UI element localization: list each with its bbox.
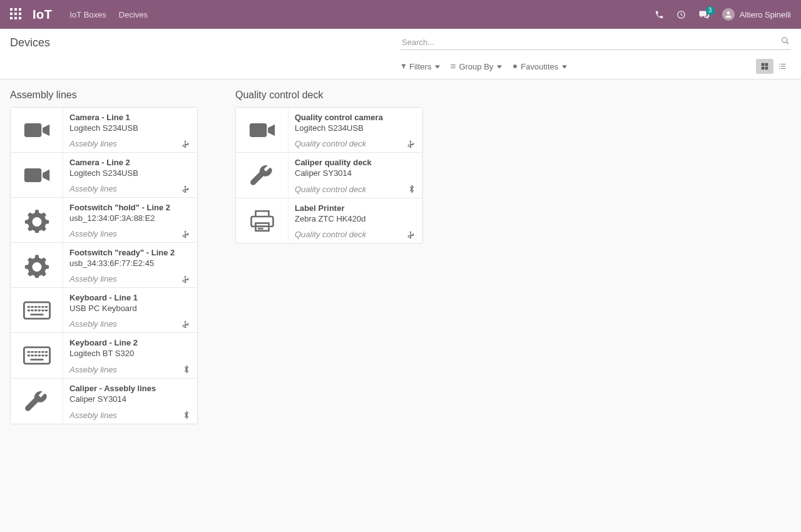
kanban-view-button[interactable]: [756, 59, 773, 74]
device-subtitle: Logitech S234USB: [295, 123, 416, 133]
svg-point-23: [408, 146, 409, 147]
card-footer: Assebly lines: [69, 364, 191, 374]
device-title: Camera - Line 1: [69, 113, 191, 122]
usb-icon: [406, 140, 415, 148]
device-card[interactable]: Camera - Line 2Logitech S234USBAssebly l…: [11, 153, 197, 198]
device-title: Caliper quality deck: [295, 158, 416, 167]
camera-icon: [236, 108, 288, 152]
printer-icon: [236, 198, 288, 243]
clock-icon[interactable]: [676, 10, 686, 19]
search-wrap: [400, 35, 791, 50]
svg-point-9: [183, 146, 184, 147]
device-card[interactable]: Label PrinterZebra ZTC HK420dQuality con…: [236, 198, 422, 243]
card-body: Label PrinterZebra ZTC HK420dQuality con…: [288, 198, 422, 243]
kanban-group: Assembly linesCamera - Line 1Logitech S2…: [10, 90, 198, 424]
gear-icon: [11, 243, 63, 287]
device-card[interactable]: Camera - Line 1Logitech S234USBAssebly l…: [11, 108, 197, 153]
favourites-button[interactable]: Favoutites: [512, 62, 567, 71]
card-list: Camera - Line 1Logitech S234USBAssebly l…: [10, 107, 198, 424]
device-card[interactable]: Keyboard - Line 2Logitech BT S320Assebly…: [11, 333, 197, 379]
list-view-button[interactable]: [773, 59, 791, 74]
content: Assembly linesCamera - Line 1Logitech S2…: [0, 79, 801, 434]
device-title: Label Printer: [295, 203, 416, 213]
filters-label: Filters: [409, 62, 431, 71]
device-card[interactable]: Caliper - Assebly linesCaliper SY3014Ass…: [11, 379, 197, 424]
usb-icon: [181, 275, 190, 284]
device-card[interactable]: Footswitch "ready" - Line 2usb_34:33:6F:…: [11, 243, 197, 288]
svg-rect-7: [24, 123, 41, 137]
bluetooth-icon: [183, 364, 190, 374]
filters-button[interactable]: Filters: [400, 62, 440, 71]
phone-icon[interactable]: [655, 10, 664, 19]
apps-menu-icon[interactable]: [10, 8, 23, 21]
card-footer: Quality control deck: [295, 230, 416, 239]
topbar: IoT IoT Boxes Decives 3 Altiero Spinelli: [0, 0, 801, 29]
device-card[interactable]: Quality control cameraLogitech S234USBQu…: [236, 108, 422, 153]
view-toggle: [756, 59, 791, 74]
card-list: Quality control cameraLogitech S234USBQu…: [235, 107, 423, 243]
svg-rect-5: [762, 67, 765, 70]
svg-point-16: [183, 281, 184, 282]
chat-badge: 3: [706, 6, 715, 15]
chat-icon[interactable]: 3: [698, 10, 710, 19]
device-subtitle: Caliper SY3014: [295, 168, 416, 178]
card-footer: Assebly lines: [69, 274, 191, 284]
card-footer: Assebly lines: [69, 229, 191, 238]
svg-rect-10: [24, 168, 41, 182]
device-tag: Assebly lines: [69, 139, 117, 148]
svg-point-2: [782, 38, 787, 43]
device-subtitle: Caliper SY3014: [69, 394, 191, 404]
groupby-label: Group By: [459, 62, 493, 71]
group-title: Assembly lines: [10, 90, 198, 101]
device-title: Footswitch "ready" - Line 2: [69, 248, 191, 257]
page-title: Devices: [10, 36, 50, 49]
search-icon[interactable]: [781, 36, 790, 45]
card-footer: Quality control deck: [295, 139, 416, 148]
nav-iot-boxes[interactable]: IoT Boxes: [70, 10, 106, 19]
camera-icon: [11, 153, 63, 197]
search-input[interactable]: [400, 35, 791, 50]
device-subtitle: Logitech S234USB: [69, 123, 191, 133]
keyboard-icon: [11, 333, 63, 378]
svg-point-27: [408, 237, 409, 238]
device-tag: Assebly lines: [69, 365, 117, 374]
svg-rect-21: [249, 123, 267, 137]
card-body: Camera - Line 1Logitech S234USBAssebly l…: [63, 108, 197, 152]
device-tag: Assebly lines: [69, 319, 117, 329]
svg-rect-4: [765, 63, 768, 66]
card-footer: Assebly lines: [69, 410, 191, 420]
topbar-right: 3 Altiero Spinelli: [655, 8, 791, 21]
user-menu[interactable]: Altiero Spinelli: [722, 8, 791, 21]
device-subtitle: usb_34:33:6F:77:E2:45: [69, 258, 191, 268]
gear-icon: [11, 198, 63, 242]
camera-icon: [11, 108, 63, 152]
svg-rect-6: [765, 67, 768, 70]
device-title: Quality control camera: [295, 113, 416, 122]
card-footer: Assebly lines: [69, 184, 191, 193]
nav-links: IoT Boxes Decives: [70, 10, 148, 19]
group-title: Quality control deck: [235, 90, 423, 101]
wrench-icon: [11, 379, 63, 424]
device-tag: Assebly lines: [69, 184, 117, 193]
usb-icon: [181, 320, 190, 329]
usb-icon: [181, 140, 190, 148]
device-card[interactable]: Footswitch "hold" - Line 2usb_12:34:0F:3…: [11, 198, 197, 243]
favourites-label: Favoutites: [521, 62, 558, 71]
svg-rect-24: [251, 217, 273, 227]
device-card[interactable]: Keyboard - Line 1USB PC KeyboardAssebly …: [11, 288, 197, 333]
nav-devices[interactable]: Decives: [119, 10, 148, 19]
svg-point-14: [183, 236, 184, 237]
groupby-button[interactable]: Group By: [450, 62, 502, 71]
device-tag: Quality control deck: [295, 185, 366, 194]
device-title: Keyboard - Line 2: [69, 338, 191, 347]
svg-rect-3: [762, 63, 765, 66]
bluetooth-icon: [409, 184, 415, 194]
device-tag: Quality control deck: [295, 230, 366, 239]
keyboard-icon: [11, 288, 63, 332]
kanban-group: Quality control deckQuality control came…: [235, 90, 423, 243]
device-card[interactable]: Caliper quality deckCaliper SY3014Qualit…: [236, 153, 422, 198]
device-subtitle: Logitech S234USB: [69, 168, 191, 178]
card-body: Keyboard - Line 2Logitech BT S320Assebly…: [63, 333, 197, 378]
card-body: Caliper - Assebly linesCaliper SY3014Ass…: [63, 379, 197, 424]
card-body: Quality control cameraLogitech S234USBQu…: [288, 108, 422, 152]
